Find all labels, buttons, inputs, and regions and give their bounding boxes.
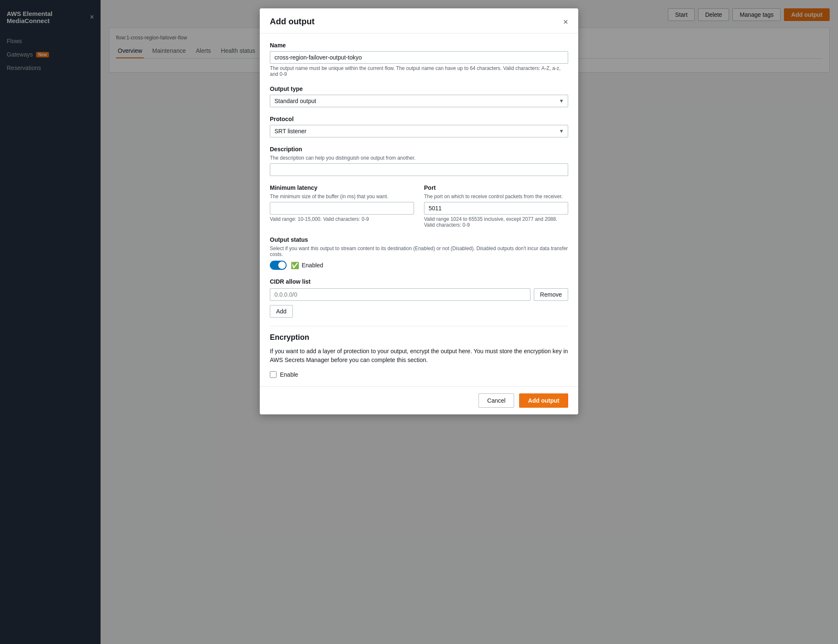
minimum-latency-input[interactable] (270, 202, 414, 215)
modal-close-button[interactable]: × (563, 18, 568, 26)
modal-header: Add output × (260, 8, 578, 34)
name-hint: The output name must be unique within th… (270, 65, 568, 77)
encryption-description: If you want to add a layer of protection… (270, 347, 568, 365)
output-status-description: Select if you want this output to stream… (270, 246, 568, 257)
description-hint: The description can help you distinguish… (270, 155, 568, 161)
cidr-row: Remove (270, 288, 568, 301)
name-input[interactable] (270, 51, 568, 64)
toggle-row: ✅ Enabled (270, 261, 568, 270)
port-input[interactable] (424, 202, 568, 215)
add-output-modal: Add output × Name The output name must b… (260, 8, 578, 414)
output-status-toggle[interactable] (270, 261, 287, 270)
modal-title: Add output (270, 17, 315, 26)
modal-overlay: Add output × Name The output name must b… (0, 0, 838, 644)
output-type-select-wrapper: Standard output VPC output Media stream … (270, 95, 568, 107)
encryption-title: Encryption (270, 333, 568, 342)
encryption-section: Encryption If you want to add a layer of… (270, 333, 568, 378)
modal-footer: Cancel Add output (260, 386, 578, 414)
output-type-label: Output type (270, 85, 568, 92)
toggle-label-row: ✅ Enabled (291, 261, 323, 269)
cidr-input[interactable] (270, 288, 530, 301)
description-label: Description (270, 146, 568, 153)
minimum-latency-hint: The minimum size of the buffer (in ms) t… (270, 194, 414, 199)
minimum-latency-section: Minimum latency The minimum size of the … (270, 184, 414, 228)
protocol-select-wrapper: SRT listener SRT caller RTP-FEC RTP UDP … (270, 125, 568, 137)
add-output-submit-button[interactable]: Add output (519, 393, 568, 408)
cidr-remove-button[interactable]: Remove (534, 288, 568, 301)
description-section: Description The description can help you… (270, 146, 568, 176)
toggle-knob (278, 261, 286, 269)
cidr-add-button[interactable]: Add (270, 305, 293, 318)
cidr-label: CIDR allow list (270, 278, 568, 285)
description-input[interactable] (270, 163, 568, 176)
modal-body: Name The output name must be unique with… (260, 34, 578, 386)
name-label: Name (270, 42, 568, 49)
encryption-enable-row: Enable (270, 371, 568, 378)
section-divider (270, 326, 568, 326)
protocol-label: Protocol (270, 116, 568, 122)
protocol-select[interactable]: SRT listener SRT caller RTP-FEC RTP UDP (270, 125, 568, 137)
output-type-select[interactable]: Standard output VPC output Media stream … (270, 95, 568, 107)
encryption-enable-checkbox[interactable] (270, 371, 277, 378)
port-hint: The port on which to receive control pac… (424, 194, 568, 199)
cidr-section: CIDR allow list Remove Add (270, 278, 568, 318)
protocol-section: Protocol SRT listener SRT caller RTP-FEC… (270, 116, 568, 137)
output-status-label: Output status (270, 236, 568, 243)
port-section: Port The port on which to receive contro… (424, 184, 568, 228)
cancel-button[interactable]: Cancel (478, 393, 515, 408)
output-status-section: Output status Select if you want this ou… (270, 236, 568, 270)
check-circle-icon: ✅ (291, 261, 299, 269)
minimum-latency-range: Valid range: 10-15,000. Valid characters… (270, 216, 414, 222)
minimum-latency-label: Minimum latency (270, 184, 414, 191)
port-range: Valid range 1024 to 65535 inclusive, exc… (424, 216, 568, 228)
output-type-section: Output type Standard output VPC output M… (270, 85, 568, 107)
toggle-enabled-label: Enabled (302, 262, 323, 269)
encryption-enable-label: Enable (280, 371, 298, 378)
latency-port-row: Minimum latency The minimum size of the … (270, 184, 568, 228)
port-label: Port (424, 184, 568, 191)
name-section: Name The output name must be unique with… (270, 42, 568, 77)
